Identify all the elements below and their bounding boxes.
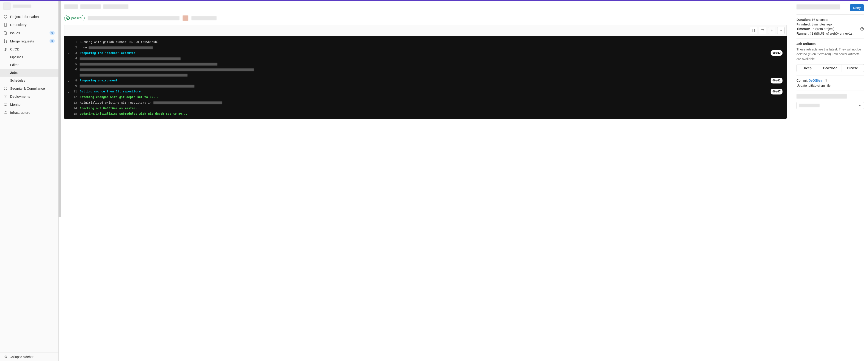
show-raw-button[interactable]	[750, 27, 757, 34]
scroll-bottom-button[interactable]	[777, 27, 784, 34]
sidebar-item-monitor[interactable]: Monitor	[0, 100, 58, 109]
log-content: Fetching changes with git depth set to 5…	[80, 94, 783, 100]
project-name	[13, 5, 31, 8]
log-line: 13Reinitialized existing Git repository …	[67, 100, 783, 106]
redacted-text	[103, 4, 128, 9]
finished-key: Finished:	[797, 23, 811, 26]
browse-button[interactable]: Browse	[841, 64, 864, 72]
line-number: 8	[72, 78, 80, 83]
commit-sha-link[interactable]: 0e00f6ea	[809, 79, 822, 82]
sidebar-item-infrastructure[interactable]: Infrastructure	[0, 109, 58, 117]
log-line: 1Running with gitlab-runner 14.8.0 (565b…	[67, 39, 783, 45]
log-content: Preparing the "docker" executor	[80, 50, 783, 56]
nav-label: Monitor	[10, 102, 22, 107]
line-number: 5	[72, 61, 80, 67]
section-duration: 00:07	[771, 89, 782, 94]
job-log-terminal[interactable]: 1Running with gitlab-runner 14.8.0 (565b…	[64, 36, 787, 119]
scroll-top-button[interactable]	[768, 27, 775, 34]
line-number: 14	[72, 106, 80, 111]
timeout-help-icon[interactable]	[860, 27, 864, 31]
redacted-job-name	[797, 4, 840, 9]
runner-key: Runner:	[797, 32, 809, 35]
sidebar-item-merge-requests[interactable]: Merge requests 0	[0, 37, 58, 45]
sidebar-item-jobs[interactable]: Jobs	[0, 69, 58, 77]
collapse-label: Collapse sidebar	[10, 355, 33, 359]
artifacts-description: These artifacts are the latest. They wil…	[797, 47, 864, 61]
sidebar-item-issues[interactable]: Issues 0	[0, 29, 58, 37]
copy-commit-icon[interactable]	[824, 79, 828, 82]
sidebar-item-cicd[interactable]: CI/CD	[0, 45, 58, 53]
redacted-pipeline-name	[797, 94, 847, 99]
mr-count-badge: 0	[50, 39, 55, 43]
log-line: ⌄8Preparing environment00:01	[67, 78, 783, 83]
page-title-area	[64, 4, 787, 9]
duration-key: Duration:	[797, 18, 811, 22]
log-content: Updating/initializing submodules with gi…	[80, 111, 783, 117]
nav-label: Security & Compliance	[10, 87, 45, 90]
nav-label: Repository	[10, 23, 27, 27]
trash-icon	[761, 29, 765, 32]
document-icon	[751, 29, 755, 32]
line-number: 4	[72, 56, 80, 61]
nav-label: Issues	[10, 31, 20, 35]
erase-log-button[interactable]	[759, 27, 766, 34]
sidebar: ⌃ Project information Repository Issues …	[0, 1, 59, 361]
section-duration: 00:02	[771, 50, 782, 56]
duration-row: Duration: 16 seconds	[797, 18, 864, 22]
line-number: 11	[72, 89, 80, 94]
redacted-text	[80, 74, 187, 77]
sidebar-item-project-information[interactable]: Project information	[0, 12, 58, 21]
svg-point-7	[5, 113, 6, 114]
job-detail: passed 1Running with gitlab-runner 14.8.…	[59, 1, 793, 361]
sidebar-item-editor[interactable]: Editor	[0, 61, 58, 69]
svg-point-2	[4, 42, 5, 43]
log-line: 2 on	[67, 45, 783, 50]
sidebar-item-pipelines[interactable]: Pipelines	[0, 53, 58, 61]
sidebar-scrollbar[interactable]	[58, 1, 61, 217]
log-content: Reinitialized existing Git repository in	[80, 100, 783, 106]
keep-button[interactable]: Keep	[797, 64, 819, 72]
nav-label: Merge requests	[10, 39, 34, 43]
fold-toggle-icon[interactable]: ⌄	[67, 50, 72, 56]
svg-rect-0	[4, 31, 6, 34]
redacted-text	[89, 46, 153, 49]
redacted-avatar	[183, 16, 188, 21]
arrow-up-dotted-icon	[770, 29, 774, 32]
sidebar-item-security[interactable]: Security & Compliance	[0, 84, 58, 92]
issues-count-badge: 0	[50, 31, 55, 35]
status-label: passed	[71, 16, 82, 20]
line-number: 6	[72, 67, 80, 72]
collapse-icon	[4, 355, 7, 359]
download-button[interactable]: Download	[819, 64, 842, 72]
main: passed 1Running with gitlab-runner 14.8.…	[59, 1, 868, 361]
redacted-text	[191, 16, 217, 20]
log-content	[80, 83, 783, 89]
sidebar-item-repository[interactable]: Repository	[0, 21, 58, 29]
log-content	[80, 72, 783, 78]
line-number: 9	[72, 83, 80, 89]
redacted-text	[80, 57, 181, 60]
log-content	[80, 67, 783, 72]
svg-point-10	[781, 29, 781, 29]
collapse-sidebar-button[interactable]: Collapse sidebar	[0, 353, 58, 361]
log-line: 9	[67, 83, 783, 89]
svg-rect-6	[4, 103, 7, 105]
project-icon	[4, 15, 7, 19]
merge-icon	[4, 39, 7, 43]
sidebar-item-schedules[interactable]: Schedules	[0, 77, 58, 84]
duration-value: 16 seconds	[812, 18, 828, 22]
log-line: 6	[67, 67, 783, 72]
line-number: 13	[72, 100, 80, 106]
sidebar-item-deployments[interactable]: Deployments	[0, 92, 58, 100]
project-header[interactable]	[0, 1, 58, 12]
svg-rect-13	[825, 80, 827, 82]
fold-toggle-icon[interactable]: ⌄	[67, 89, 72, 94]
retry-button[interactable]: Retry	[850, 4, 864, 11]
stage-dropdown[interactable]	[797, 102, 864, 109]
job-sidebar-right: Retry Duration: 16 seconds Finished: 8 m…	[793, 1, 868, 361]
log-line: 14Checking out 0e00f6ea as master...	[67, 106, 783, 111]
artifacts-title: Job artifacts	[797, 42, 864, 46]
commit-message: Update .gitlab-ci.yml file	[797, 84, 864, 87]
fold-toggle-icon[interactable]: ⌄	[67, 78, 72, 83]
log-line: 5	[67, 61, 783, 67]
